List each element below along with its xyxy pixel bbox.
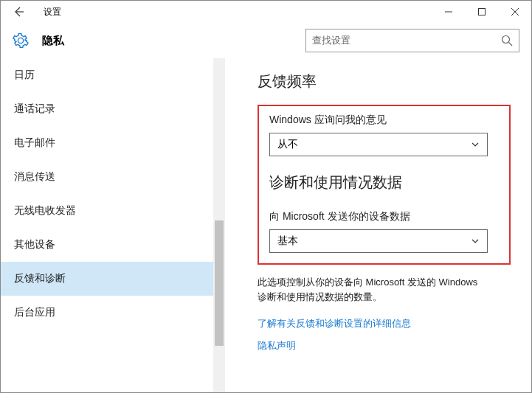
window-title: 设置 [44, 6, 61, 18]
maximize-icon [478, 8, 486, 15]
search-placeholder: 查找设置 [312, 34, 350, 47]
sidebar-item-feedback[interactable]: 反馈和诊断 [1, 262, 225, 296]
diagnostics-label: 向 Microsoft 发送你的设备数据 [269, 210, 499, 223]
arrow-left-icon [13, 6, 24, 18]
diagnostics-value: 基本 [277, 234, 298, 248]
gear-icon [13, 32, 29, 49]
page-title: 隐私 [42, 34, 64, 48]
close-icon [511, 8, 519, 15]
content: 反馈频率 Windows 应询问我的意见 从不 诊断和使用情况数据 向 Micr… [225, 58, 531, 392]
close-button[interactable] [498, 1, 531, 23]
minimize-icon [445, 8, 452, 15]
diagnostics-dropdown[interactable]: 基本 [269, 229, 488, 253]
diagnostics-description: 此选项控制从你的设备向 Microsoft 发送的 Windows 诊断和使用情… [258, 275, 486, 304]
feedback-frequency-dropdown[interactable]: 从不 [269, 133, 488, 156]
sidebar-item-messaging[interactable]: 消息传送 [1, 160, 225, 194]
section-heading-feedback: 反馈频率 [258, 72, 511, 91]
search-icon [501, 35, 513, 46]
section-heading-diagnostics: 诊断和使用情况数据 [269, 173, 499, 197]
svg-rect-0 [478, 9, 485, 15]
sidebar: 日历 通话记录 电子邮件 消息传送 无线电收发器 其他设备 反馈和诊断 后台应用 [1, 58, 225, 392]
feedback-frequency-value: 从不 [277, 138, 298, 151]
search-input[interactable]: 查找设置 [305, 29, 519, 52]
sidebar-item-backgroundapps[interactable]: 后台应用 [1, 296, 225, 330]
svg-point-1 [502, 36, 510, 44]
sidebar-item-otherdevices[interactable]: 其他设备 [1, 228, 225, 262]
header: 隐私 查找设置 [1, 23, 531, 58]
sidebar-item-radios[interactable]: 无线电收发器 [1, 194, 225, 228]
titlebar: 设置 [1, 1, 531, 23]
scrollbar-thumb[interactable] [215, 220, 224, 346]
learn-more-link[interactable]: 了解有关反馈和诊断设置的详细信息 [258, 317, 511, 330]
highlight-box: Windows 应询问我的意见 从不 诊断和使用情况数据 向 Microsoft… [258, 105, 511, 265]
back-button[interactable] [4, 1, 33, 23]
sidebar-item-callhistory[interactable]: 通话记录 [1, 92, 225, 126]
minimize-button[interactable] [432, 1, 465, 23]
chevron-down-icon [471, 140, 480, 149]
feedback-frequency-label: Windows 应询问我的意见 [269, 114, 499, 127]
chevron-down-icon [471, 237, 480, 246]
maximize-button[interactable] [465, 1, 498, 23]
scrollbar[interactable] [213, 58, 225, 392]
sidebar-item-email[interactable]: 电子邮件 [1, 126, 225, 160]
sidebar-item-calendar[interactable]: 日历 [1, 58, 225, 92]
privacy-statement-link[interactable]: 隐私声明 [258, 339, 511, 352]
